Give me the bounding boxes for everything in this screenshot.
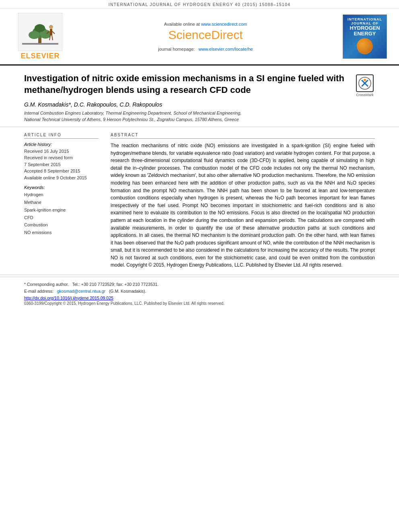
footnote-email[interactable]: gkosmad@central.ntua.gr bbox=[57, 289, 105, 294]
elsevier-logo: ELSEVIER bbox=[18, 13, 62, 60]
available-online-date: Available online 9 October 2015 bbox=[24, 175, 99, 181]
copyright-line: 0360-3199/Copyright © 2015, Hydrogen Ene… bbox=[24, 301, 375, 306]
footnote-email-line: E-mail address: gkosmad@central.ntua.gr … bbox=[24, 288, 375, 295]
svg-point-6 bbox=[35, 24, 45, 32]
journal-cover: INTERNATIONAL JOURNAL OF HYDROGEN ENERGY bbox=[343, 14, 387, 59]
abstract-paragraph: The reaction mechanisms of nitric oxide … bbox=[111, 142, 375, 269]
journal-cover-title1: HYDROGEN bbox=[350, 25, 380, 31]
keyword-no-emissions: NO emissions bbox=[24, 229, 99, 236]
accepted-date: Accepted 8 September 2015 bbox=[24, 168, 99, 175]
article-info-header: ARTICLE INFO bbox=[24, 133, 99, 139]
footnote-tel: Tel.: +30 210 7723529; fax: +30 210 7723… bbox=[72, 282, 158, 287]
doi-line: http://dx.doi.org/10.1016/j.ijhydene.201… bbox=[24, 296, 375, 300]
title-section: Investigation of nitric oxide emission m… bbox=[0, 66, 399, 127]
article-title: Investigation of nitric oxide emission m… bbox=[24, 73, 347, 96]
crossmark-icon bbox=[358, 77, 371, 90]
keyword-hydrogen: Hydrogen bbox=[24, 191, 99, 199]
journal-homepage-url[interactable]: www.elsevier.com/locate/he bbox=[199, 47, 253, 51]
svg-rect-1 bbox=[22, 43, 58, 45]
journal-name: INTERNATIONAL JOURNAL OF HYDROGEN ENERGY… bbox=[109, 2, 291, 7]
abstract-text: The reaction mechanisms of nitric oxide … bbox=[111, 142, 375, 269]
footer-notes: * Corresponding author. Tel.: +30 210 77… bbox=[0, 277, 399, 309]
svg-rect-8 bbox=[50, 29, 52, 35]
received-date: Received 16 July 2015 bbox=[24, 148, 99, 155]
affiliation: Internal Combustion Engines Laboratory, … bbox=[24, 110, 347, 123]
sciencedirect-branding: Available online at www.sciencedirect.co… bbox=[76, 13, 335, 60]
title-text-block: Investigation of nitric oxide emission m… bbox=[24, 73, 347, 123]
elsevier-logo-section: ELSEVIER bbox=[8, 13, 72, 60]
journal-banner: INTERNATIONAL JOURNAL OF HYDROGEN ENERGY… bbox=[0, 0, 399, 9]
article-history-group: Article history: Received 16 July 2015 R… bbox=[24, 142, 99, 181]
content-area: ARTICLE INFO Article history: Received 1… bbox=[0, 127, 399, 275]
svg-point-7 bbox=[49, 25, 53, 29]
elsevier-tree-svg bbox=[18, 13, 62, 51]
footnote-corresponding-label: * Corresponding author. bbox=[24, 282, 69, 287]
available-online-text: Available online at www.sciencedirect.co… bbox=[164, 22, 247, 27]
crossmark-badge bbox=[356, 74, 374, 92]
keyword-spark-ignition: Spark-ignition engine bbox=[24, 206, 99, 214]
affiliation-line1: Internal Combustion Engines Laboratory, … bbox=[24, 111, 241, 115]
svg-point-16 bbox=[364, 79, 366, 81]
abstract-section: ABSTRACT The reaction mechanisms of nitr… bbox=[111, 133, 375, 269]
keyword-cfd: CFD bbox=[24, 214, 99, 222]
article-authors: G.M. Kosmadakis*, D.C. Rakopoulos, C.D. … bbox=[24, 101, 347, 108]
crossmark-label: CrossMark bbox=[356, 93, 374, 97]
keywords-section: Keywords: Hydrogen Methane Spark-ignitio… bbox=[24, 185, 99, 236]
sciencedirect-url[interactable]: www.sciencedirect.com bbox=[201, 22, 247, 27]
keyword-combustion: Combustion bbox=[24, 221, 99, 229]
journal-cover-title2: ENERGY bbox=[354, 31, 376, 37]
journal-cover-section: INTERNATIONAL JOURNAL OF HYDROGEN ENERGY bbox=[339, 13, 391, 60]
journal-cover-circle bbox=[357, 38, 373, 54]
header-area: ELSEVIER Available online at www.science… bbox=[0, 9, 399, 66]
article-info-section: ARTICLE INFO Article history: Received 1… bbox=[24, 133, 99, 269]
journal-cover-top: INTERNATIONAL JOURNAL OF bbox=[345, 17, 385, 25]
footnote-email-person: (G.M. Kosmadakis). bbox=[109, 289, 146, 294]
keywords-label: Keywords: bbox=[24, 185, 99, 190]
revised-date: 7 September 2015 bbox=[24, 161, 99, 168]
revised-label: Received in revised form bbox=[24, 154, 99, 161]
doi-link[interactable]: http://dx.doi.org/10.1016/j.ijhydene.201… bbox=[24, 296, 113, 300]
journal-homepage-text: journal homepage: www.elsevier.com/locat… bbox=[158, 47, 253, 51]
keyword-methane: Methane bbox=[24, 199, 99, 206]
svg-point-4 bbox=[29, 31, 40, 39]
footnote-corresponding: * Corresponding author. Tel.: +30 210 77… bbox=[24, 281, 375, 288]
abstract-header: ABSTRACT bbox=[111, 133, 375, 139]
elsevier-wordmark: ELSEVIER bbox=[21, 52, 60, 60]
affiliation-line2: National Technical University of Athens,… bbox=[24, 117, 239, 122]
sciencedirect-brand-name: ScienceDirect bbox=[168, 28, 243, 42]
history-label: Article history: bbox=[24, 142, 99, 147]
footnote-email-label: E-mail address: bbox=[24, 289, 53, 294]
crossmark-section: CrossMark bbox=[355, 74, 375, 97]
